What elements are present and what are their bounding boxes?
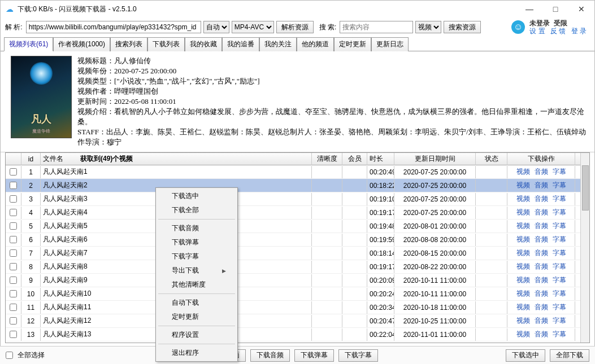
op-sub[interactable]: 字幕 [553, 181, 566, 190]
row-checkbox[interactable] [10, 195, 17, 203]
select-all-checkbox[interactable] [6, 352, 13, 359]
maximize-button[interactable]: □ [542, 1, 568, 17]
op-video[interactable]: 视频 [516, 302, 530, 312]
op-sub[interactable]: 字幕 [553, 289, 566, 299]
table-row[interactable]: 6凡人风起天南600:19:592020-08-08 20:00:00视频音频字… [6, 233, 589, 247]
menu-item[interactable]: 下载字幕 [156, 249, 237, 264]
menu-item[interactable]: 导出下载▶ [156, 264, 237, 278]
table-row[interactable]: 10凡人风起天南1000:20:242020-10-11 11:00:00视频音… [6, 287, 589, 301]
row-checkbox[interactable] [10, 304, 17, 311]
op-video[interactable]: 视频 [516, 167, 530, 177]
col-filename[interactable]: 文件名 获取到(49)个视频 [41, 153, 312, 165]
op-audio[interactable]: 音频 [535, 194, 548, 204]
close-button[interactable]: ✕ [568, 1, 594, 17]
row-checkbox[interactable] [10, 209, 17, 216]
table-row[interactable]: 7凡人风起天南700:18:142020-08-15 20:00:00视频音频字… [6, 247, 589, 260]
op-sub[interactable]: 字幕 [553, 330, 566, 339]
menu-item[interactable]: 下载全部 [156, 203, 237, 217]
op-sub[interactable]: 字幕 [553, 235, 566, 244]
tab-5[interactable]: 我的追番 [222, 37, 259, 51]
op-video[interactable]: 视频 [516, 248, 530, 258]
op-video[interactable]: 视频 [516, 235, 530, 244]
row-checkbox[interactable] [10, 222, 17, 230]
op-audio[interactable]: 音频 [535, 248, 548, 258]
op-sub[interactable]: 字幕 [553, 275, 566, 285]
op-audio[interactable]: 音频 [535, 181, 548, 190]
dl-all-button[interactable]: 全部下载 [550, 349, 589, 362]
col-duration[interactable]: 时长 [367, 153, 394, 165]
op-sub[interactable]: 字幕 [553, 221, 566, 231]
table-row[interactable]: 8凡人风起天南800:19:172020-08-22 20:00:00视频音频字… [6, 260, 589, 274]
op-video[interactable]: 视频 [516, 208, 530, 217]
op-sub[interactable]: 字幕 [553, 194, 566, 204]
tab-3[interactable]: 下载列表 [147, 37, 185, 51]
row-checkbox[interactable] [10, 249, 17, 257]
op-video[interactable]: 视频 [516, 194, 530, 204]
col-state[interactable]: 状态 [476, 153, 507, 165]
op-audio[interactable]: 音频 [535, 289, 548, 299]
menu-item[interactable]: 自动下载 [156, 296, 237, 310]
tab-9[interactable]: 更新日志 [371, 37, 409, 51]
dl-audio-button[interactable]: 下载音频 [250, 349, 290, 362]
menu-item[interactable]: 其他清晰度 [156, 278, 237, 292]
op-audio[interactable]: 音频 [535, 235, 548, 244]
table-row[interactable]: 13凡人风起天南1300:22:042020-11-01 11:00:00视频音… [6, 328, 589, 341]
avatar[interactable]: ☺ [511, 20, 525, 34]
row-checkbox[interactable] [10, 236, 17, 243]
op-sub[interactable]: 字幕 [553, 208, 566, 217]
table-row[interactable]: 12凡人风起天南1200:20:472020-10-25 11:00:00视频音… [6, 314, 589, 328]
settings-link[interactable]: 设 置 [529, 27, 545, 35]
table-row[interactable]: 1凡人风起天南100:20:492020-07-25 20:00:00视频音频字… [6, 165, 589, 179]
mode-select[interactable]: 自动 [203, 21, 229, 33]
tab-1[interactable]: 作者视频(1000) [53, 37, 110, 51]
scrollbar[interactable] [580, 153, 589, 343]
op-audio[interactable]: 音频 [535, 262, 548, 271]
op-sub[interactable]: 字幕 [553, 167, 566, 177]
scrollbar-thumb[interactable] [582, 165, 589, 210]
format-select[interactable]: MP4-AVC [232, 21, 274, 33]
menu-item[interactable]: 下载音频 [156, 221, 237, 235]
row-checkbox[interactable] [10, 277, 17, 284]
op-audio[interactable]: 音频 [535, 316, 548, 326]
op-video[interactable]: 视频 [516, 221, 530, 231]
tab-4[interactable]: 我的收藏 [185, 37, 222, 51]
op-audio[interactable]: 音频 [535, 275, 548, 285]
col-operations[interactable]: 下载操作 [507, 153, 575, 165]
table-row[interactable]: 9凡人风起天南900:20:092020-10-11 11:00:00视频音频字… [6, 274, 589, 287]
op-sub[interactable]: 字幕 [553, 248, 566, 258]
menu-item[interactable]: 定时更新 [156, 310, 237, 324]
feedback-link[interactable]: 反 馈 [550, 27, 566, 35]
op-audio[interactable]: 音频 [535, 330, 548, 339]
table-row[interactable]: 11凡人风起天南1100:20:342020-10-18 11:00:00视频音… [6, 301, 589, 314]
tab-8[interactable]: 定时更新 [334, 37, 371, 51]
url-input[interactable] [26, 21, 201, 33]
op-audio[interactable]: 音频 [535, 167, 548, 177]
op-audio[interactable]: 音频 [535, 208, 548, 217]
tab-7[interactable]: 他的频道 [297, 37, 334, 51]
menu-item[interactable]: 退出程序 [156, 346, 237, 360]
op-video[interactable]: 视频 [516, 262, 530, 271]
menu-item[interactable]: 程序设置 [156, 328, 237, 342]
menu-item[interactable]: 下载选中 [156, 189, 237, 203]
col-vip[interactable]: 会员 [342, 153, 367, 165]
op-video[interactable]: 视频 [516, 181, 530, 190]
menu-item[interactable]: 下载弹幕 [156, 235, 237, 249]
tab-0[interactable]: 视频列表(61) [4, 37, 53, 51]
table-row[interactable]: 4凡人风起天南400:19:172020-07-25 20:00:00视频音频字… [6, 206, 589, 220]
row-checkbox[interactable] [10, 331, 17, 338]
row-checkbox[interactable] [10, 290, 17, 297]
minimize-button[interactable]: — [516, 1, 542, 17]
op-audio[interactable]: 音频 [535, 221, 548, 231]
row-checkbox[interactable] [10, 168, 17, 176]
search-type-select[interactable]: 视频 [415, 21, 441, 33]
table-row[interactable]: 2凡人风起天南200:18:222020-07-25 20:00:00视频音频字… [6, 179, 589, 192]
op-sub[interactable]: 字幕 [553, 302, 566, 312]
row-checkbox[interactable] [10, 317, 17, 324]
op-sub[interactable]: 字幕 [553, 316, 566, 326]
table-row[interactable]: 3凡人风起天南300:19:102020-07-25 20:00:00视频音频字… [6, 192, 589, 206]
tab-6[interactable]: 我的关注 [259, 37, 297, 51]
dl-sub-button[interactable]: 下载字幕 [338, 349, 378, 362]
op-sub[interactable]: 字幕 [553, 262, 566, 271]
col-date[interactable]: 更新日期时间 [394, 153, 476, 165]
row-checkbox[interactable] [10, 263, 17, 270]
